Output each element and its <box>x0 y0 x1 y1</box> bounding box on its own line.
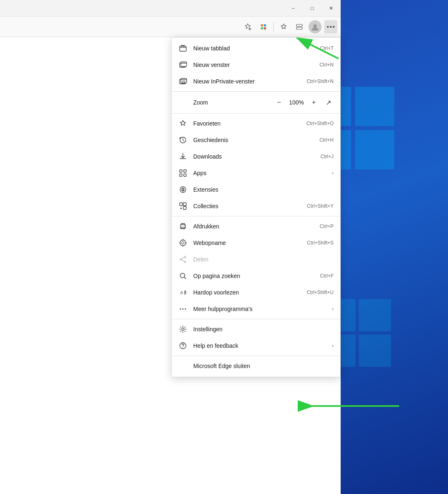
svg-rect-11 <box>261 27 263 29</box>
menu-shortcut-screenshot: Ctrl+Shift+S <box>307 240 334 246</box>
menu-item-apps[interactable]: Apps › <box>172 165 340 181</box>
svg-text:A: A <box>180 290 183 295</box>
svg-point-42 <box>180 259 182 260</box>
menu-icon-history <box>178 135 187 145</box>
menu-item-label-close-edge: Microsoft Edge sluiten <box>178 363 334 369</box>
maximize-button[interactable]: □ <box>303 0 322 17</box>
divider-after-zoom-row <box>172 113 340 114</box>
menu-arrow-more-tools: › <box>332 306 334 312</box>
menu-item-settings[interactable]: Instellingen <box>172 321 340 337</box>
svg-rect-37 <box>181 227 185 229</box>
zoom-expand-button[interactable]: ↗ <box>323 97 334 108</box>
zoom-in-button[interactable]: + <box>308 97 320 108</box>
svg-rect-34 <box>183 203 186 206</box>
svg-line-45 <box>182 260 184 261</box>
menu-item-help[interactable]: Help en feedback › <box>172 337 340 354</box>
svg-point-15 <box>313 24 317 28</box>
svg-point-17 <box>330 26 332 28</box>
menu-item-share[interactable]: Delen <box>172 251 340 268</box>
svg-rect-10 <box>264 24 266 26</box>
menu-item-history[interactable]: Geschiedenis Ctrl+H <box>172 132 340 148</box>
menu-shortcut-inprivate: Ctrl+Shift+N <box>307 78 334 84</box>
svg-point-31 <box>180 187 186 192</box>
menu-shortcut-new-window: Ctrl+N <box>320 62 334 68</box>
divider-after-more-tools <box>172 319 340 319</box>
svg-rect-14 <box>296 27 302 29</box>
menu-icon-new-tab <box>178 44 187 53</box>
svg-point-49 <box>183 309 184 310</box>
zoom-out-button[interactable]: − <box>273 97 285 108</box>
menu-item-favorites[interactable]: Favorieten Ctrl+Shift+O <box>172 115 340 132</box>
zoom-row: Zoom − 100% + ↗ <box>172 93 340 112</box>
menu-arrow-apps: › <box>332 170 334 176</box>
menu-item-screenshot[interactable]: Webopname Ctrl+Shift+S <box>172 235 340 251</box>
menu-icon-inprivate <box>178 77 187 86</box>
menu-shortcut-downloads: Ctrl+J <box>320 154 334 159</box>
divider-after-help <box>172 356 340 356</box>
menu-icon-apps <box>178 169 187 178</box>
svg-line-44 <box>182 257 184 259</box>
menu-item-find[interactable]: Op pagina zoeken Ctrl+F <box>172 268 340 284</box>
svg-rect-27 <box>180 170 182 172</box>
menu-arrow-help: › <box>332 343 334 349</box>
menu-shortcut-favorites: Ctrl+Shift+O <box>306 121 334 126</box>
close-button[interactable]: ✕ <box>322 0 341 17</box>
menu-icon-help <box>178 341 187 350</box>
menu-icon-share <box>178 255 187 264</box>
svg-rect-12 <box>264 27 266 29</box>
menu-shortcut-print: Ctrl+P <box>320 223 334 229</box>
add-favorite-button[interactable] <box>241 20 254 33</box>
menu-icon-downloads <box>178 152 187 161</box>
menu-item-label-settings: Instellingen <box>193 326 334 332</box>
svg-rect-35 <box>183 207 186 209</box>
svg-rect-22 <box>181 62 187 66</box>
menu-item-inprivate[interactable]: Nieuw InPrivate-venster Ctrl+Shift+N <box>172 73 340 90</box>
svg-point-50 <box>185 309 186 310</box>
svg-point-38 <box>185 226 185 226</box>
svg-point-41 <box>184 256 186 258</box>
svg-rect-5 <box>359 299 391 331</box>
menu-item-close-edge[interactable]: Microsoft Edge sluiten <box>172 358 340 374</box>
menu-icon-read-aloud: A <box>178 288 187 297</box>
menu-item-label-downloads: Downloads <box>193 153 315 160</box>
context-menu: Nieuw tabblad Ctrl+T Nieuw venster Ctrl+… <box>171 37 341 377</box>
menu-icon-more-tools <box>178 304 187 314</box>
zoom-controls: − 100% + ↗ <box>273 97 334 108</box>
svg-rect-7 <box>359 335 391 367</box>
menu-item-label-screenshot: Webopname <box>193 240 301 246</box>
menu-item-label-help: Help en feedback <box>193 342 323 349</box>
divider-after-inprivate <box>172 91 340 92</box>
menu-item-print[interactable]: Afdrukken Ctrl+P <box>172 218 340 235</box>
zoom-label: Zoom <box>178 99 273 106</box>
svg-point-18 <box>333 26 334 28</box>
menu-icon-screenshot <box>178 238 187 247</box>
menu-item-label-inprivate: Nieuw InPrivate-venster <box>193 78 301 85</box>
menu-item-label-share: Delen <box>193 256 334 263</box>
menu-item-more-tools[interactable]: Meer hulpprogramma's › <box>172 301 340 317</box>
svg-rect-29 <box>180 174 182 176</box>
menu-item-read-aloud[interactable]: A Hardop voorlezen Ctrl+Shift+U <box>172 284 340 301</box>
menu-item-downloads[interactable]: Downloads Ctrl+J <box>172 148 340 165</box>
menu-item-collections[interactable]: Collecties Ctrl+Shift+Y <box>172 198 340 214</box>
menu-shortcut-find: Ctrl+F <box>320 273 334 279</box>
menu-icon-collections <box>178 202 187 211</box>
collections-button[interactable] <box>257 20 270 33</box>
menu-item-label-find: Op pagina zoeken <box>193 273 314 279</box>
toolbar-divider <box>273 22 274 31</box>
minimize-button[interactable]: − <box>284 0 303 17</box>
menu-item-label-extensions: Extensies <box>193 186 334 193</box>
menu-item-label-read-aloud: Hardop voorlezen <box>193 289 301 296</box>
annotation-arrow-top <box>289 30 343 63</box>
favorites-button[interactable] <box>277 20 290 33</box>
menu-icon-extensions <box>178 185 187 194</box>
menu-item-label-collections: Collecties <box>193 203 301 209</box>
menu-icon-find <box>178 271 187 280</box>
svg-rect-3 <box>355 130 394 169</box>
menu-shortcut-collections: Ctrl+Shift+Y <box>307 203 334 209</box>
annotation-arrow-bottom <box>304 396 403 416</box>
menu-shortcut-history: Ctrl+H <box>320 137 334 143</box>
svg-point-16 <box>327 26 329 28</box>
menu-item-extensions[interactable]: Extensies <box>172 181 340 198</box>
menu-icon-settings <box>178 325 187 334</box>
svg-rect-28 <box>184 170 186 172</box>
